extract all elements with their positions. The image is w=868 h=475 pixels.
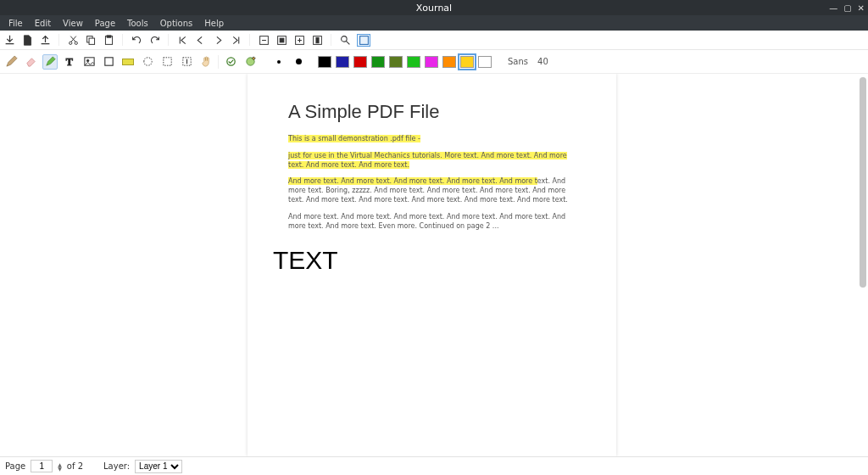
next-page-icon[interactable] xyxy=(212,34,224,46)
color-red[interactable] xyxy=(353,56,367,68)
highlighter-tool[interactable] xyxy=(42,54,58,70)
font-name-label[interactable]: Sans xyxy=(508,57,528,66)
color-darkgreen[interactable] xyxy=(389,56,403,68)
minimize-icon[interactable]: — xyxy=(829,3,837,13)
menu-options[interactable]: Options xyxy=(155,17,198,30)
zoom-in-icon[interactable] xyxy=(293,34,305,46)
shape-tool[interactable] xyxy=(101,54,116,70)
first-page-icon[interactable] xyxy=(176,34,188,46)
select-region-tool[interactable] xyxy=(140,54,155,70)
tool-toolbar: T Sans 40 xyxy=(0,50,868,74)
redo-icon[interactable] xyxy=(148,34,160,46)
page-total-label: of 2 xyxy=(67,461,83,471)
color-darkblue[interactable] xyxy=(336,56,349,68)
svg-rect-18 xyxy=(163,58,170,65)
menu-tools[interactable]: Tools xyxy=(122,17,153,30)
color-cyan[interactable] xyxy=(407,56,420,68)
color-white[interactable] xyxy=(478,56,492,68)
eraser-tool[interactable] xyxy=(23,54,38,70)
text-annotation[interactable]: TEXT xyxy=(273,246,338,275)
svg-rect-5 xyxy=(107,35,111,36)
svg-point-1 xyxy=(75,42,77,44)
open-icon[interactable] xyxy=(39,34,51,46)
menubar: File Edit View Page Tools Options Help xyxy=(0,15,868,31)
image-tool[interactable] xyxy=(81,54,97,70)
close-icon[interactable]: ✕ xyxy=(858,3,865,13)
zoom-width-icon[interactable] xyxy=(311,34,323,46)
canvas-area[interactable]: A Simple PDF File This is a small demons… xyxy=(0,74,868,456)
color-black[interactable] xyxy=(318,56,331,68)
maximize-icon[interactable]: ▢ xyxy=(843,3,851,13)
svg-point-0 xyxy=(69,42,71,44)
svg-rect-17 xyxy=(104,58,112,65)
vertical-scrollbar[interactable] xyxy=(860,77,866,288)
menu-file[interactable]: File xyxy=(3,17,28,30)
page-title: A Simple PDF File xyxy=(288,101,576,123)
thickness-medium[interactable] xyxy=(291,54,306,70)
main-toolbar xyxy=(0,31,868,50)
svg-rect-8 xyxy=(280,38,284,42)
select-rect-tool[interactable] xyxy=(159,54,175,70)
svg-point-16 xyxy=(86,59,88,61)
color-magenta[interactable] xyxy=(425,56,438,68)
menu-view[interactable]: View xyxy=(58,17,88,30)
zoom-out-icon[interactable] xyxy=(258,34,270,46)
font-size-label[interactable]: 40 xyxy=(537,57,548,66)
layer-visible-icon[interactable] xyxy=(223,54,238,70)
highlight-box-tool[interactable] xyxy=(120,54,136,70)
svg-point-12 xyxy=(341,36,347,42)
copy-icon[interactable] xyxy=(85,34,97,46)
cut-icon[interactable] xyxy=(67,34,79,46)
color-yellow[interactable] xyxy=(460,56,474,68)
save-icon[interactable] xyxy=(3,34,15,46)
menu-help[interactable]: Help xyxy=(199,17,229,30)
page-spin-buttons[interactable]: ▲▼ xyxy=(58,462,62,471)
text-tool[interactable]: T xyxy=(62,54,77,70)
paste-icon[interactable] xyxy=(103,34,114,46)
thickness-small[interactable] xyxy=(271,54,287,70)
svg-rect-13 xyxy=(359,36,368,44)
layer-label: Layer: xyxy=(103,461,130,471)
page-number-input[interactable] xyxy=(31,460,53,472)
paragraph-1: This is a small demonstration .pdf file … xyxy=(288,135,576,144)
paragraph-4: And more text. And more text. And more t… xyxy=(288,213,576,232)
color-orange[interactable] xyxy=(442,56,456,68)
layer-add-icon[interactable] xyxy=(242,54,258,70)
pdf-page[interactable]: A Simple PDF File This is a small demons… xyxy=(248,74,616,456)
pencil-tool[interactable] xyxy=(3,54,19,70)
color-green[interactable] xyxy=(371,56,385,68)
svg-rect-3 xyxy=(89,38,95,44)
svg-rect-11 xyxy=(315,37,318,43)
fullscreen-icon[interactable] xyxy=(357,34,370,47)
window-titlebar: Xournal — ▢ ✕ xyxy=(0,0,868,15)
statusbar: Page ▲▼ of 2 Layer: Layer 1 xyxy=(0,456,868,475)
vertical-space-tool[interactable] xyxy=(179,54,194,70)
new-icon[interactable] xyxy=(21,34,33,46)
zoom-fit-icon[interactable] xyxy=(275,34,287,46)
layer-select[interactable]: Layer 1 xyxy=(135,460,182,473)
paragraph-2: just for use in the Virtual Mechanics tu… xyxy=(288,152,576,170)
paragraph-3: And more text. And more text. And more t… xyxy=(288,177,576,204)
prev-page-icon[interactable] xyxy=(194,34,206,46)
svg-text:T: T xyxy=(65,56,72,68)
menu-page[interactable]: Page xyxy=(90,17,120,30)
page-label: Page xyxy=(5,461,25,471)
last-page-icon[interactable] xyxy=(230,34,242,46)
undo-icon[interactable] xyxy=(131,34,142,46)
window-title: Xournal xyxy=(416,3,452,14)
hand-tool[interactable] xyxy=(198,54,214,70)
svg-point-20 xyxy=(226,58,234,65)
find-icon[interactable] xyxy=(339,34,351,46)
menu-edit[interactable]: Edit xyxy=(30,17,56,30)
